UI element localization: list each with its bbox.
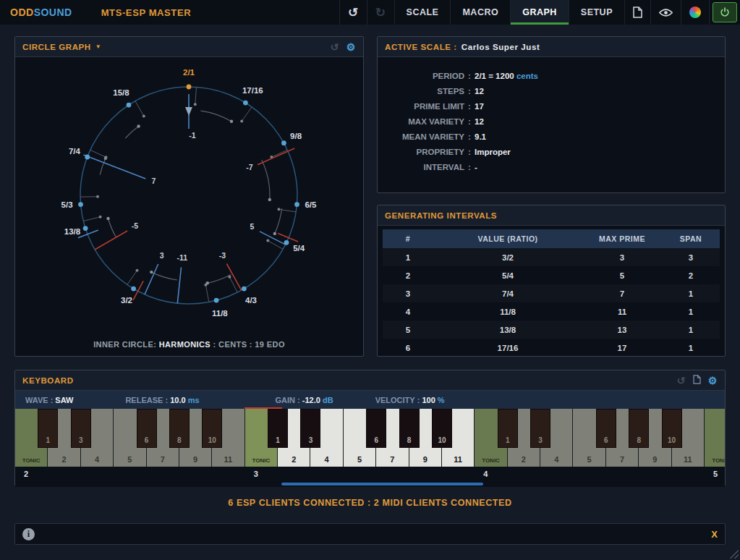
- black-key-8[interactable]: 8: [629, 409, 649, 448]
- black-key-6[interactable]: 6: [596, 409, 616, 448]
- black-key-3[interactable]: 3: [71, 409, 91, 448]
- table-row: 25/452: [383, 266, 720, 284]
- generating-intervals-header: GENERATING INTERVALS: [378, 205, 725, 226]
- control-separator: :: [48, 396, 56, 404]
- black-key-label: 3: [531, 436, 550, 444]
- control-label: GAIN: [276, 396, 296, 404]
- table-cell: 4: [383, 307, 433, 316]
- tab-graph[interactable]: GRAPH: [510, 0, 569, 25]
- scale-row: PRIME LIMIT:17: [388, 99, 725, 114]
- white-key-label: 5: [114, 455, 145, 464]
- scale-row-colon: :: [464, 130, 475, 145]
- octave-number: 2: [15, 470, 245, 478]
- scale-row-label: PERIOD: [388, 69, 464, 84]
- keyboard-scrollbar-thumb[interactable]: [281, 483, 484, 485]
- black-key-1[interactable]: 1: [498, 409, 518, 448]
- svg-text:11/8: 11/8: [212, 309, 228, 318]
- white-key-label: 7: [376, 455, 408, 464]
- tab-macro[interactable]: MACRO: [450, 0, 510, 25]
- white-key-tonic[interactable]: TONIC: [705, 409, 725, 467]
- control-gain[interactable]: GAIN : -12.0 dB: [276, 396, 333, 404]
- control-release[interactable]: RELEASE : 10.0 ms: [125, 396, 199, 404]
- notes-icon[interactable]: [624, 0, 650, 25]
- scale-row: MEAN VARIETY:9.1: [388, 130, 725, 145]
- color-wheel: [689, 7, 701, 18]
- octave-number: 4: [475, 470, 705, 478]
- white-key-label: 9: [639, 455, 671, 464]
- black-key-6[interactable]: 6: [366, 409, 386, 448]
- resize-grip[interactable]: [728, 548, 739, 559]
- table-cell: 2: [383, 271, 433, 280]
- undo-icon[interactable]: ↺: [339, 0, 367, 25]
- svg-text:-11: -11: [177, 253, 187, 262]
- control-unit: dB: [320, 396, 333, 404]
- dropdown-arrow-icon[interactable]: ▼: [95, 43, 102, 50]
- keyboard-scrollbar[interactable]: [15, 481, 725, 487]
- black-key-8[interactable]: 8: [169, 409, 190, 448]
- color-wheel-icon[interactable]: [681, 0, 709, 25]
- circle-graph[interactable]: -1-75-3-113-572/117/169/86/55/44/311/83/…: [15, 57, 363, 343]
- black-key-8[interactable]: 8: [399, 409, 420, 448]
- black-key-10[interactable]: 10: [662, 409, 682, 448]
- keyboard-header: KEYBOARD ↺ ⚙: [15, 370, 725, 391]
- black-key-label: 1: [498, 436, 517, 444]
- power-button[interactable]: [713, 2, 737, 22]
- table-cell: 7: [582, 289, 662, 298]
- svg-text:3/2: 3/2: [121, 296, 132, 305]
- white-key-label: TONIC: [705, 457, 725, 464]
- svg-text:5: 5: [250, 222, 254, 231]
- keyboard-reset-icon[interactable]: ↺: [677, 376, 686, 386]
- main-content: CIRCLE GRAPH ▼ ↺ ⚙ -1-75-3-113-572/117/1…: [0, 25, 740, 545]
- tab-bar: SCALEMACROGRAPHSETUP: [394, 0, 624, 25]
- table-row: 617/16171: [383, 339, 720, 357]
- control-value: SAW: [55, 396, 73, 404]
- white-key-label: 2: [508, 455, 540, 464]
- black-key-label: 8: [629, 436, 648, 444]
- black-key-6[interactable]: 6: [137, 409, 157, 448]
- app-title: MTS-ESP MASTER: [101, 0, 191, 25]
- scale-row-colon: :: [464, 69, 475, 84]
- white-key-label: 5: [344, 455, 375, 464]
- close-message-button[interactable]: X: [711, 529, 718, 540]
- keyboard-panel: KEYBOARD ↺ ⚙ WAVE : SAWRELEASE : 10.0 ms…: [14, 370, 726, 486]
- table-row: 513/8131: [383, 321, 720, 339]
- black-key-1[interactable]: 1: [38, 409, 58, 448]
- gear-icon[interactable]: ⚙: [346, 42, 356, 52]
- svg-text:15/8: 15/8: [113, 88, 129, 97]
- topbar-right: ↺ ↻ SCALEMACROGRAPHSETUP: [339, 0, 740, 25]
- scale-row-value: 12: [475, 114, 725, 130]
- circle-graph-title[interactable]: CIRCLE GRAPH: [22, 43, 91, 51]
- app-logo: ODDSOUND: [0, 0, 82, 25]
- black-key-label: 3: [301, 436, 320, 444]
- white-key-label: 4: [81, 455, 113, 464]
- active-scale-title: ACTIVE SCALE :: [385, 43, 457, 51]
- svg-text:13/8: 13/8: [64, 227, 81, 236]
- scale-row-colon: :: [464, 84, 475, 99]
- tab-setup[interactable]: SETUP: [569, 0, 624, 25]
- tab-scale[interactable]: SCALE: [394, 0, 451, 25]
- reset-icon[interactable]: ↺: [331, 42, 339, 52]
- table-cell: 5: [582, 271, 662, 280]
- keyboard-notes-icon[interactable]: [693, 375, 701, 386]
- info-icon[interactable]: i: [22, 528, 35, 540]
- generating-intervals-title: GENERATING INTERVALS: [385, 211, 497, 220]
- black-key-10[interactable]: 10: [432, 409, 452, 448]
- black-key-3[interactable]: 3: [530, 409, 550, 448]
- svg-text:2/1: 2/1: [183, 68, 195, 77]
- scale-row-value: 17: [475, 99, 725, 114]
- brand-sound: SOUND: [34, 7, 72, 18]
- control-wave[interactable]: WAVE : SAW: [25, 396, 73, 404]
- caption-prefix: INNER CIRCLE:: [93, 340, 159, 349]
- control-velocity[interactable]: VELOCITY : 100 %: [375, 396, 445, 404]
- black-key-1[interactable]: 1: [268, 409, 288, 448]
- control-unit: %: [435, 396, 445, 404]
- black-key-10[interactable]: 10: [202, 409, 222, 448]
- column-header: SPAN: [662, 234, 720, 243]
- black-key-label: 6: [597, 436, 616, 444]
- white-key-label: 11: [672, 455, 704, 464]
- keyboard-gear-icon[interactable]: ⚙: [708, 376, 718, 386]
- table-cell: 17: [582, 344, 662, 352]
- black-key-3[interactable]: 3: [300, 409, 320, 448]
- power-cell: [709, 0, 740, 25]
- eye-icon[interactable]: [650, 0, 681, 25]
